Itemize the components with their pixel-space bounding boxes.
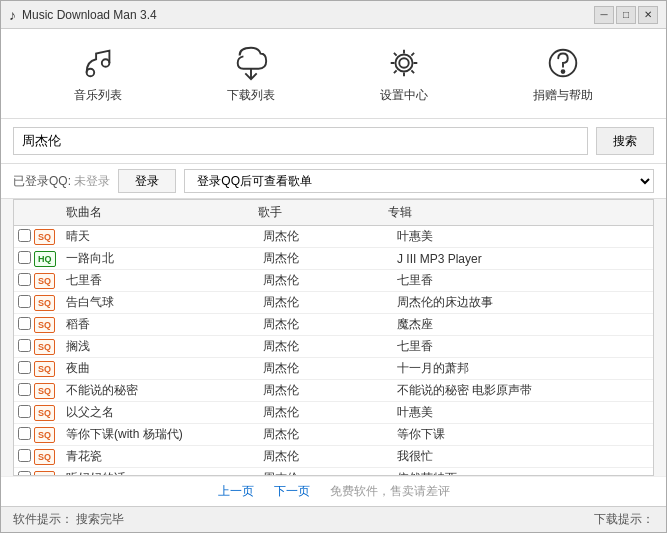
pagination: 上一页 下一页 免费软件，售卖请差评 [1, 476, 666, 506]
toolbar: 音乐列表 下载列表 设置中心 [1, 29, 666, 119]
table-row[interactable]: SQ 稻香 周杰伦 魔杰座 [14, 314, 653, 336]
row-checkbox-2[interactable] [14, 273, 34, 289]
toolbar-item-settings[interactable]: 设置中心 [372, 39, 436, 108]
row-artist-11: 周杰伦 [259, 470, 393, 475]
playlist-select[interactable]: 登录QQ后可查看歌单 [184, 169, 654, 193]
download-tip: 下载提示： [594, 511, 654, 528]
row-checkbox-8[interactable] [14, 405, 34, 421]
table-row[interactable]: SQ 夜曲 周杰伦 十一月的萧邦 [14, 358, 653, 380]
row-artist-6: 周杰伦 [259, 360, 393, 377]
svg-point-6 [562, 70, 565, 73]
row-artist-10: 周杰伦 [259, 448, 393, 465]
title-bar: ♪ Music Download Man 3.4 ─ □ ✕ [1, 1, 666, 29]
table-row[interactable]: SQ 青花瓷 周杰伦 我很忙 [14, 446, 653, 468]
row-song-name-6: 夜曲 [62, 360, 259, 377]
row-song-name-2: 七里香 [62, 272, 259, 289]
svg-point-0 [86, 69, 94, 77]
search-bar: 搜索 [1, 119, 666, 164]
row-album-9: 等你下课 [393, 426, 653, 443]
row-checkbox-3[interactable] [14, 295, 34, 311]
toolbar-item-music-list[interactable]: 音乐列表 [66, 39, 130, 108]
close-button[interactable]: ✕ [638, 6, 658, 24]
row-checkbox-7[interactable] [14, 383, 34, 399]
row-badge-0: SQ [34, 229, 62, 245]
toolbar-label-donate: 捐赠与帮助 [533, 87, 593, 104]
table-header: 歌曲名 歌手 专辑 [14, 200, 653, 226]
row-song-name-11: 听妈妈的话 [62, 470, 259, 475]
row-checkbox-9[interactable] [14, 427, 34, 443]
header-scroll-spacer [637, 204, 653, 221]
row-badge-11: SQ [34, 471, 62, 476]
login-bar: 已登录QQ: 未登录 登录 登录QQ后可查看歌单 [1, 164, 666, 199]
row-artist-5: 周杰伦 [259, 338, 393, 355]
toolbar-item-download-list[interactable]: 下载列表 [219, 39, 283, 108]
row-artist-2: 周杰伦 [259, 272, 393, 289]
header-artist: 歌手 [254, 204, 384, 221]
row-artist-4: 周杰伦 [259, 316, 393, 333]
window-title: Music Download Man 3.4 [22, 8, 157, 22]
status-bar: 软件提示： 搜索完毕 下载提示： [1, 506, 666, 532]
maximize-button[interactable]: □ [616, 6, 636, 24]
search-button[interactable]: 搜索 [596, 127, 654, 155]
row-checkbox-5[interactable] [14, 339, 34, 355]
table-body: SQ 晴天 周杰伦 叶惠美 HQ 一路向北 周杰伦 J III MP3 Play… [14, 226, 653, 475]
minimize-button[interactable]: ─ [594, 6, 614, 24]
table-row[interactable]: SQ 告白气球 周杰伦 周杰伦的床边故事 [14, 292, 653, 314]
row-badge-10: SQ [34, 449, 62, 465]
table-row[interactable]: SQ 等你下课(with 杨瑞代) 周杰伦 等你下课 [14, 424, 653, 446]
free-label: 免费软件，售卖请差评 [330, 483, 450, 500]
row-artist-8: 周杰伦 [259, 404, 393, 421]
row-checkbox-1[interactable] [14, 251, 34, 267]
table-row[interactable]: SQ 搁浅 周杰伦 七里香 [14, 336, 653, 358]
row-badge-9: SQ [34, 427, 62, 443]
next-page-button[interactable]: 下一页 [274, 483, 310, 500]
toolbar-label-download-list: 下载列表 [227, 87, 275, 104]
table-row[interactable]: HQ 一路向北 周杰伦 J III MP3 Player [14, 248, 653, 270]
table-row[interactable]: SQ 不能说的秘密 周杰伦 不能说的秘密 电影原声带 [14, 380, 653, 402]
toolbar-item-donate[interactable]: 捐赠与帮助 [525, 39, 601, 108]
software-tip: 软件提示： 搜索完毕 [13, 511, 124, 528]
row-artist-3: 周杰伦 [259, 294, 393, 311]
song-table: 歌曲名 歌手 专辑 SQ 晴天 周杰伦 叶惠美 HQ 一路向北 周杰伦 J II… [13, 199, 654, 476]
row-badge-2: SQ [34, 273, 62, 289]
table-row[interactable]: SQ 晴天 周杰伦 叶惠美 [14, 226, 653, 248]
row-checkbox-6[interactable] [14, 361, 34, 377]
row-artist-9: 周杰伦 [259, 426, 393, 443]
row-badge-4: SQ [34, 317, 62, 333]
row-checkbox-0[interactable] [14, 229, 34, 245]
header-song-name: 歌曲名 [62, 204, 254, 221]
row-badge-5: SQ [34, 339, 62, 355]
music-icon [78, 43, 118, 83]
row-checkbox-11[interactable] [14, 471, 34, 476]
search-input[interactable] [13, 127, 588, 155]
toolbar-label-settings: 设置中心 [380, 87, 428, 104]
header-album: 专辑 [384, 204, 637, 221]
row-artist-1: 周杰伦 [259, 250, 393, 267]
svg-point-1 [101, 59, 109, 67]
table-row[interactable]: SQ 听妈妈的话 周杰伦 依然范特西 [14, 468, 653, 475]
row-checkbox-4[interactable] [14, 317, 34, 333]
help-icon [543, 43, 583, 83]
title-bar-left: ♪ Music Download Man 3.4 [9, 7, 157, 23]
row-badge-6: SQ [34, 361, 62, 377]
prev-page-button[interactable]: 上一页 [218, 483, 254, 500]
svg-point-3 [399, 58, 409, 68]
login-button[interactable]: 登录 [118, 169, 176, 193]
row-badge-7: SQ [34, 383, 62, 399]
svg-point-4 [396, 54, 413, 71]
table-row[interactable]: SQ 七里香 周杰伦 七里香 [14, 270, 653, 292]
row-song-name-1: 一路向北 [62, 250, 259, 267]
table-row[interactable]: SQ 以父之名 周杰伦 叶惠美 [14, 402, 653, 424]
row-album-10: 我很忙 [393, 448, 653, 465]
login-status-label: 已登录QQ: 未登录 [13, 173, 110, 190]
row-album-0: 叶惠美 [393, 228, 653, 245]
row-song-name-9: 等你下课(with 杨瑞代) [62, 426, 259, 443]
row-artist-0: 周杰伦 [259, 228, 393, 245]
row-checkbox-10[interactable] [14, 449, 34, 465]
header-check [14, 204, 34, 221]
toolbar-label-music-list: 音乐列表 [74, 87, 122, 104]
row-badge-8: SQ [34, 405, 62, 421]
row-badge-3: SQ [34, 295, 62, 311]
row-song-name-7: 不能说的秘密 [62, 382, 259, 399]
row-song-name-10: 青花瓷 [62, 448, 259, 465]
